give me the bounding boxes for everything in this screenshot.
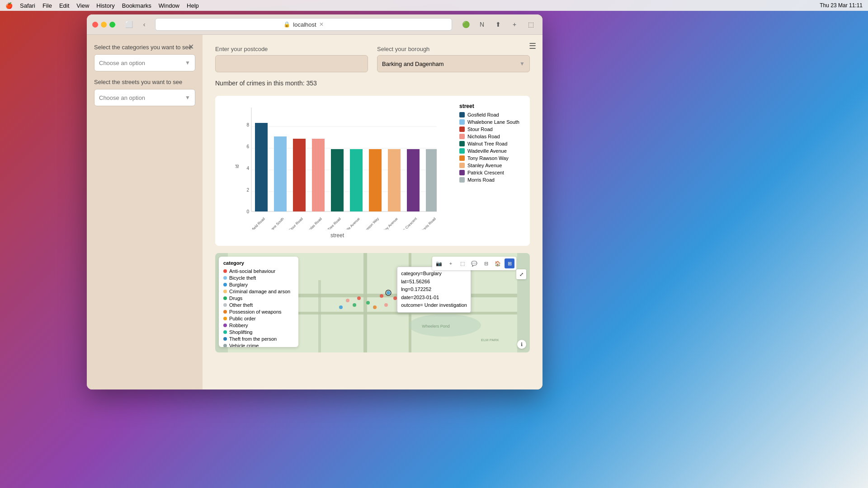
legend-item: Gosfield Road [459,112,523,117]
home-tool[interactable]: 🏠 [493,258,503,268]
map-category-label: Public order [229,316,256,321]
menu-view[interactable]: View [76,2,89,9]
legend-color-swatch [459,127,465,132]
legend-item: Stanley Avenue [459,163,523,168]
map-category-label: Anti-social behaviour [229,268,275,274]
legend-item: Tony Rawson Way [459,155,523,161]
legend-color-swatch [459,148,465,154]
tooltip-lat: lat=51.56266 [401,278,467,286]
bar-walnut [331,149,344,211]
svg-point-34 [393,296,397,300]
grid-tool[interactable]: ⊞ [505,258,514,268]
url-bar[interactable]: 🔒 localhost ✕ [155,18,452,31]
sidebar-toggle[interactable]: ⬜ [123,18,135,31]
categories-arrow-icon: ▼ [185,60,190,66]
legend-label: Morris Road [467,177,495,183]
reload-icon[interactable]: ✕ [319,21,324,28]
chart-area: 0 2 4 6 8 id [222,103,452,239]
svg-point-35 [366,301,370,305]
svg-text:Wheelers Pond: Wheelers Pond [422,324,450,328]
tooltip-date: date=2023-01-01 [401,294,467,302]
menubar: 🍎 Safari File Edit View History Bookmark… [0,0,868,11]
svg-point-36 [373,305,377,309]
expand-button[interactable]: ⤢ [516,269,526,279]
map-dot [223,276,227,280]
menu-file[interactable]: File [42,2,52,9]
map-legend-item: Possession of weapons [223,309,294,314]
menu-bookmarks[interactable]: Bookmarks [122,2,151,9]
map-legend-item: Bicycle theft [223,275,294,281]
streets-placeholder: Choose an option [99,94,145,101]
comment-tool[interactable]: 💬 [469,258,479,268]
map-dot [223,310,227,314]
map-tooltip: category=Burglary lat=51.56266 lng=0.172… [397,267,471,313]
reader-button[interactable]: N [476,18,488,31]
browser-chrome: ⬜ ‹ 🔒 localhost ✕ 🟢 N ⬆ + ⬚ [87,14,542,35]
close-sidebar-button[interactable]: ✕ [185,41,196,52]
select-tool[interactable]: ⬚ [458,258,467,268]
legend-item: Wadeville Avenue [459,148,523,154]
menu-help[interactable]: Help [187,2,199,9]
extensions-button[interactable]: 🟢 [459,18,472,31]
svg-text:4: 4 [246,166,249,171]
bar-chart: 0 2 4 6 8 id [222,103,452,230]
legend-item: Stour Road [459,127,523,132]
legend-label: Tony Rawson Way [467,155,509,161]
map-dot [223,337,227,341]
svg-rect-27 [318,280,321,352]
info-button[interactable]: ℹ [517,340,526,349]
plus-tool[interactable]: + [446,258,456,268]
map-category-label: Shoplifting [229,329,252,335]
browser-actions: 🟢 N ⬆ + ⬚ [459,18,537,31]
legend-color-swatch [459,134,465,139]
legend-label: Wadeville Avenue [467,148,507,154]
svg-text:Gosfield Road: Gosfield Road [247,217,266,230]
legend-item: Whalebone Lane South [459,119,523,125]
legend-color-swatch [459,112,465,117]
lock-icon: 🔒 [283,21,290,28]
hamburger-button[interactable]: ☰ [529,41,536,51]
close-button[interactable] [92,22,98,28]
traffic-lights [92,22,115,28]
map-legend-item: Drugs [223,296,294,301]
legend-label: Nicholas Road [467,134,500,139]
browser-window: ⬜ ‹ 🔒 localhost ✕ 🟢 N ⬆ + ⬚ ✕ Select the… [87,14,542,389]
postcode-input[interactable] [215,55,368,72]
legend-label: Stanley Avenue [467,163,502,168]
maximize-button[interactable] [109,22,115,28]
legend-color-swatch [459,155,465,161]
map-dot [223,290,227,293]
categories-select[interactable]: Choose an option ▼ [94,54,195,71]
back-button[interactable]: ‹ [138,18,151,31]
svg-text:Wadeville Avenue: Wadeville Avenue [338,216,361,230]
map-dot [223,269,227,273]
borough-group: Select your borough Barking and Dagenham… [377,46,530,72]
main-area: ☰ Enter your postcode Select your boroug… [203,35,542,389]
crime-count: Number of crimes in this month: 353 [215,80,530,87]
new-tab-button[interactable]: + [508,18,521,31]
legend-label: Walnut Tree Road [467,141,507,146]
legend-label: Stour Road [467,127,493,132]
menu-history[interactable]: History [96,2,114,9]
menu-window[interactable]: Window [159,2,179,9]
tabs-button[interactable]: ⬚ [524,18,537,31]
url-text: localhost [293,21,316,28]
chart-container: 0 2 4 6 8 id [215,96,530,246]
share-button[interactable]: ⬆ [492,18,505,31]
menu-safari[interactable]: Safari [20,2,35,9]
borough-select[interactable]: Barking and Dagenham ▼ [377,55,530,72]
bar-gosfield [255,123,268,211]
apple-menu[interactable]: 🍎 [5,2,13,9]
layers-tool[interactable]: ⊟ [481,258,491,268]
categories-placeholder: Choose an option [99,60,145,66]
chart-legend: street Gosfield RoadWhalebone Lane South… [459,103,523,239]
minimize-button[interactable] [101,22,107,28]
clock: Thu 23 Mar 11:11 [820,2,863,9]
menubar-right: Thu 23 Mar 11:11 [820,2,863,9]
map-legend-item: Public order [223,316,294,321]
menu-edit[interactable]: Edit [59,2,69,9]
map-legend-item: Criminal damage and arson [223,289,294,294]
camera-tool[interactable]: 📷 [434,258,444,268]
tooltip-category: category=Burglary [401,270,467,278]
streets-select[interactable]: Choose an option ▼ [94,89,195,106]
